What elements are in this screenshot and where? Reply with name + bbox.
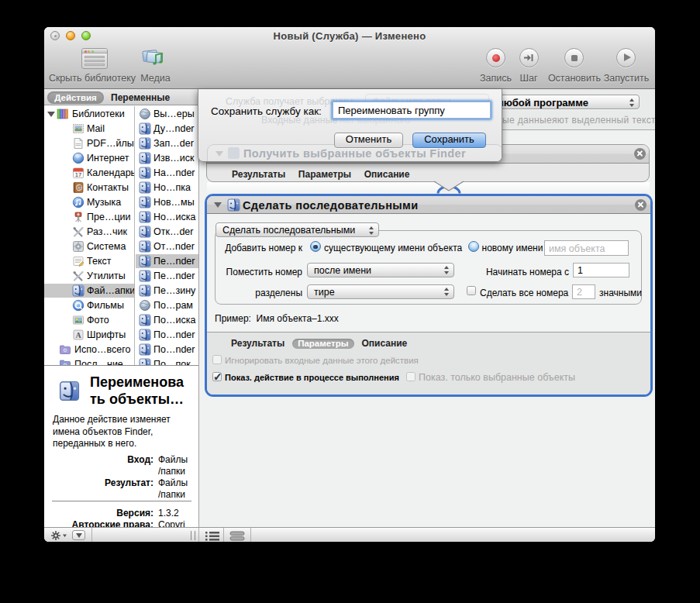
svg-text:@: @ (76, 184, 82, 191)
svg-text:17: 17 (75, 171, 81, 178)
svg-text:A: A (75, 331, 81, 339)
